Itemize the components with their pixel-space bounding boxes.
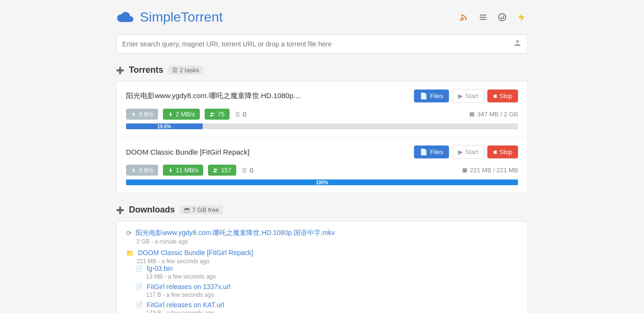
stop-button[interactable]: ■ Stop bbox=[487, 89, 518, 102]
torrents-toggle[interactable]: ➕ bbox=[116, 67, 124, 74]
list-item: 📄 FitGirl releases on 1337x.url 117 B - … bbox=[136, 283, 518, 298]
torrent-size: 347 MB / 2 GB bbox=[469, 111, 518, 118]
svg-point-8 bbox=[213, 112, 214, 114]
list-item: 📄 fg-03.bin 13 MB - a few seconds ago bbox=[136, 265, 518, 280]
brand: SimpleTorrent bbox=[116, 10, 223, 25]
torrent-actions: 📄 Files ▶ Start ■ Stop bbox=[414, 89, 518, 103]
svg-rect-2 bbox=[480, 17, 486, 18]
stop-button[interactable]: ■ Stop bbox=[487, 145, 518, 158]
download-meta: 117 B - a few seconds ago bbox=[146, 291, 518, 298]
progress-bar: 100% bbox=[126, 179, 518, 185]
list-item: ⟳ 阳光电影www.ygdy8.com.哪吒之魔童降世.HD.1080p.国语中… bbox=[126, 229, 518, 245]
rss-icon[interactable] bbox=[457, 11, 471, 24]
play-icon: ▶ bbox=[458, 148, 463, 156]
badge-text: 2 tasks bbox=[180, 67, 199, 74]
header: SimpleTorrent bbox=[116, 10, 528, 25]
download-file-row: ⟳ 阳光电影www.ygdy8.com.哪吒之魔童降世.HD.1080p.国语中… bbox=[126, 229, 518, 237]
app-title: SimpleTorrent bbox=[140, 10, 223, 25]
download-meta: 13 MB - a few seconds ago bbox=[146, 273, 518, 280]
svg-point-13 bbox=[184, 208, 190, 210]
svg-marker-5 bbox=[518, 14, 525, 21]
svg-rect-3 bbox=[480, 19, 486, 20]
upload-stat: 0 B/s bbox=[126, 109, 158, 120]
download-link[interactable]: FitGirl releases on 1337x.url bbox=[147, 283, 230, 291]
download-meta: 2 GB - a minute ago bbox=[137, 238, 518, 245]
torrents-badge: ☰ 2 tasks bbox=[168, 66, 203, 75]
list-item: 📁 DOOM Classic Bundle [FitGirl Repack] 2… bbox=[126, 249, 518, 313]
download-link[interactable]: 阳光电影www.ygdy8.com.哪吒之魔童降世.HD.1080p.国语中字.… bbox=[136, 229, 334, 237]
torrent-item: DOOM Classic Bundle [FitGirl Repack] 📄 F… bbox=[116, 137, 528, 193]
torrent-list: 阳光电影www.ygdy8.com.哪吒之魔童降世.HD.1080p.... 📄… bbox=[116, 81, 528, 193]
download-link[interactable]: DOOM Classic Bundle [FitGirl Repack] bbox=[138, 249, 253, 257]
downloads-section-header: ➕ Downloads 7 GB free bbox=[116, 205, 528, 215]
progress-fill: 19.5% bbox=[126, 123, 203, 129]
folder-icon: 📁 bbox=[126, 249, 134, 257]
lightning-icon[interactable] bbox=[515, 11, 528, 24]
cloud-icon bbox=[116, 10, 135, 24]
files-button[interactable]: 📄 Files bbox=[414, 145, 448, 158]
torrents-section-header: ➕ Torrents ☰ 2 tasks bbox=[116, 65, 528, 75]
torrent-item: 阳光电影www.ygdy8.com.哪吒之魔童降世.HD.1080p.... 📄… bbox=[116, 81, 528, 137]
torrent-actions: 📄 Files ▶ Start ■ Stop bbox=[414, 145, 518, 159]
download-file-row: 📄 FitGirl releases on 1337x.url bbox=[136, 283, 518, 291]
download-link[interactable]: fg-03.bin bbox=[147, 265, 172, 272]
svg-point-10 bbox=[214, 168, 216, 170]
torrent-stats: 0 B/s 11 MB/s 157 0 221 MB / 221 MB bbox=[126, 165, 518, 176]
stop-icon: ■ bbox=[493, 148, 497, 156]
start-button[interactable]: ▶ Start bbox=[452, 89, 484, 103]
torrent-size: 221 MB / 221 MB bbox=[462, 167, 518, 174]
list-icon[interactable] bbox=[476, 11, 490, 24]
peers-stat: 75 bbox=[205, 109, 229, 120]
upload-icon bbox=[513, 39, 522, 49]
torrent-name: DOOM Classic Bundle [FitGirl Repack] bbox=[126, 148, 404, 156]
play-icon: ▶ bbox=[458, 92, 463, 100]
download-stat: 2 MB/s bbox=[163, 109, 200, 120]
header-icons bbox=[457, 11, 528, 24]
download-file-row: 📁 DOOM Classic Bundle [FitGirl Repack] bbox=[126, 249, 518, 257]
progress-bar: 19.5% bbox=[126, 123, 518, 129]
file-icon: 📄 bbox=[136, 283, 143, 290]
svg-point-4 bbox=[499, 14, 506, 21]
downloads-free: 7 GB free bbox=[180, 205, 223, 214]
svg-point-7 bbox=[211, 112, 213, 114]
connections-stat: 0 bbox=[234, 111, 247, 118]
svg-point-11 bbox=[216, 168, 218, 170]
file-icon: 📄 bbox=[420, 92, 427, 100]
torrent-top-row: DOOM Classic Bundle [FitGirl Repack] 📄 F… bbox=[126, 145, 518, 159]
peers-stat: 157 bbox=[208, 165, 236, 176]
upload-stat: 0 B/s bbox=[126, 165, 158, 176]
connections-stat: 0 bbox=[241, 167, 253, 174]
badge-icon: ☰ bbox=[172, 67, 178, 74]
download-file-row: 📄 FitGirl releases on KAT.url bbox=[136, 301, 518, 309]
list-item: 📄 FitGirl releases on KAT.url 173 B - a … bbox=[136, 301, 518, 313]
download-meta: 221 MB - a few seconds ago bbox=[137, 258, 518, 265]
svg-rect-12 bbox=[462, 168, 467, 172]
torrents-title: Torrents bbox=[129, 65, 163, 75]
file-icon: 📄 bbox=[136, 302, 143, 308]
svg-rect-9 bbox=[470, 112, 474, 116]
svg-point-0 bbox=[460, 19, 463, 21]
file-icon: 📄 bbox=[136, 265, 143, 272]
uget-icon[interactable] bbox=[495, 11, 509, 24]
torrent-stats: 0 B/s 2 MB/s 75 0 347 MB / 2 GB bbox=[126, 109, 518, 120]
stop-icon: ■ bbox=[493, 92, 497, 100]
download-link[interactable]: FitGirl releases on KAT.url bbox=[147, 301, 224, 309]
torrent-name: 阳光电影www.ygdy8.com.哪吒之魔童降世.HD.1080p.... bbox=[126, 91, 404, 101]
start-button[interactable]: ▶ Start bbox=[452, 145, 484, 159]
progress-fill: 100% bbox=[126, 179, 518, 185]
downloads-list: ⟳ 阳光电影www.ygdy8.com.哪吒之魔童降世.HD.1080p.国语中… bbox=[116, 221, 528, 313]
download-file-row: 📄 fg-03.bin bbox=[136, 265, 518, 272]
files-button[interactable]: 📄 Files bbox=[414, 89, 448, 102]
file-icon: 📄 bbox=[420, 148, 427, 156]
download-sub: 📄 fg-03.bin 13 MB - a few seconds ago 📄 … bbox=[136, 265, 518, 313]
svg-rect-1 bbox=[480, 15, 486, 16]
search-bar[interactable] bbox=[116, 34, 528, 54]
downloads-title: Downloads bbox=[129, 205, 175, 215]
download-meta: 173 B - a few seconds ago bbox=[146, 310, 518, 313]
download-stat: 11 MB/s bbox=[163, 165, 204, 176]
search-input[interactable] bbox=[122, 40, 513, 48]
downloads-toggle[interactable]: ➕ bbox=[116, 206, 124, 214]
spinner-icon: ⟳ bbox=[126, 229, 132, 237]
torrent-top-row: 阳光电影www.ygdy8.com.哪吒之魔童降世.HD.1080p.... 📄… bbox=[126, 89, 518, 103]
